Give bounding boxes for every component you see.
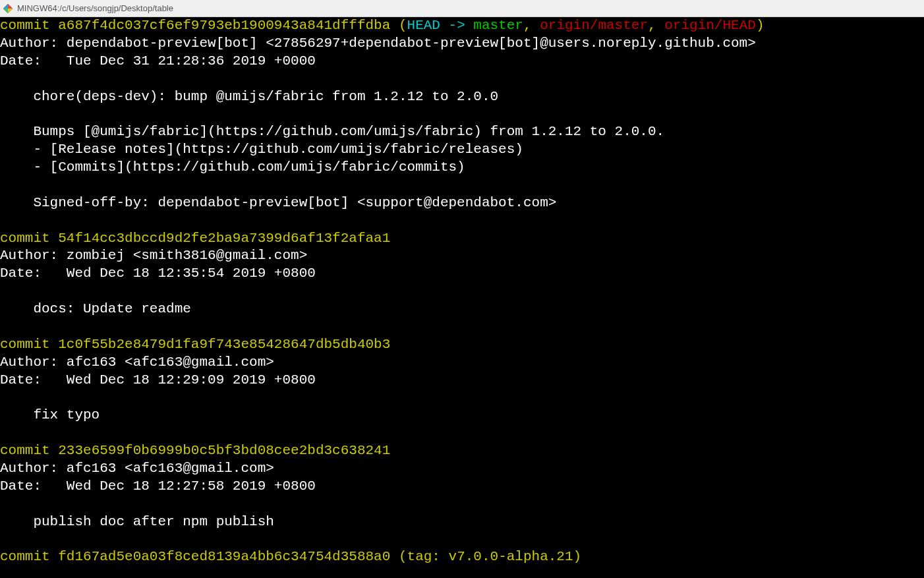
commit-line: commit 1c0f55b2e8479d1fa9f743e85428647db… <box>0 337 390 352</box>
mingw-icon <box>3 3 13 14</box>
date-line: Date: Wed Dec 18 12:35:54 2019 +0800 <box>0 266 316 281</box>
date-line: Date: Wed Dec 18 12:27:58 2019 +0800 <box>0 478 316 494</box>
commit-line: commit a687f4dc037cf6ef9793eb1900943a841… <box>0 18 764 33</box>
terminal-output[interactable]: commit a687f4dc037cf6ef9793eb1900943a841… <box>0 17 924 578</box>
author-line: Author: afc163 <afc163@gmail.com> <box>0 461 274 476</box>
body-line: Bumps [@umijs/fabric](https://github.com… <box>0 124 664 139</box>
commit-line: commit 54f14cc3dbccd9d2fe2ba9a7399d6af13… <box>0 231 390 246</box>
date-line: Date: Wed Dec 18 12:29:09 2019 +0800 <box>0 372 316 388</box>
body-line: - [Release notes](https://github.com/umi… <box>0 142 523 157</box>
body-line: fix typo <box>0 407 100 422</box>
author-line: Author: afc163 <afc163@gmail.com> <box>0 355 274 370</box>
window-title: MINGW64:/c/Users/songjp/Desktop/table <box>17 3 173 13</box>
body-line: chore(deps-dev): bump @umijs/fabric from… <box>0 89 498 104</box>
author-line: Author: dependabot-preview[bot] <2785629… <box>0 36 756 51</box>
body-line: docs: Update readme <box>0 301 191 316</box>
body-line: Signed-off-by: dependabot-preview[bot] <… <box>0 195 556 210</box>
body-line: - [Commits](https://github.com/umijs/fab… <box>0 159 465 175</box>
window-titlebar: MINGW64:/c/Users/songjp/Desktop/table <box>0 0 924 17</box>
date-line: Date: Tue Dec 31 21:28:36 2019 +0000 <box>0 53 316 69</box>
commit-line: commit fd167ad5e0a03f8ced8139a4bb6c34754… <box>0 549 581 564</box>
body-line: publish doc after npm publish <box>0 514 274 529</box>
author-line: Author: zombiej <smith3816@gmail.com> <box>0 248 307 263</box>
commit-line: commit 233e6599f0b6999b0c5bf3bd08cee2bd3… <box>0 443 390 458</box>
svg-marker-2 <box>3 4 8 9</box>
